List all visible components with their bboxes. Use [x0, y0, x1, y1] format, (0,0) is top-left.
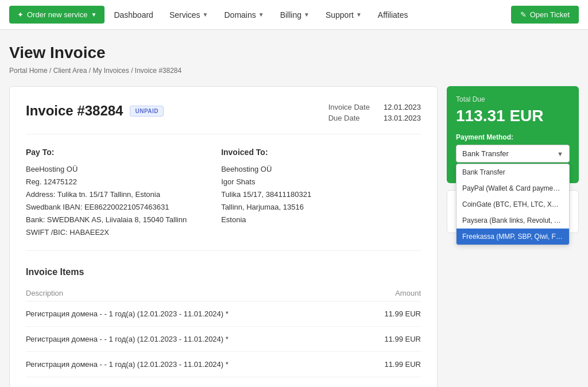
invoice-date-value: 12.01.2023 — [384, 103, 421, 111]
right-panel: Total Due 113.31 EUR Payment Method: Ban… — [447, 86, 579, 233]
invoiced-to-block: Invoiced To: Beehosting OÜIgor ShatsTuli… — [221, 146, 311, 239]
dropdown-option[interactable]: Bank Transfer — [457, 164, 569, 180]
invoice-items-table: Description Amount Регистрация домена - … — [26, 285, 421, 387]
pay-to-line: BeeHosting OÜ — [26, 163, 187, 176]
nav-billing[interactable]: Billing ▼ — [273, 6, 316, 24]
item-description: Регистрация домена - - 1 год(а) (12.01.2… — [26, 301, 361, 327]
invoice-number: Invoice #38284 — [26, 103, 123, 119]
invoiced-to-line: Estonia — [221, 214, 311, 226]
dropdown-selected[interactable]: Bank Transfer ▼ — [456, 145, 570, 162]
dropdown-menu[interactable]: Bank TransferPayPal (Wallet & Card payme… — [456, 164, 570, 245]
breadcrumb-my-invoices[interactable]: My Invoices — [92, 67, 129, 75]
ticket-icon: ✎ — [520, 10, 527, 19]
pay-to-lines: BeeHosting OÜReg. 12475122Address: Tulik… — [26, 163, 187, 239]
nav-domains[interactable]: Domains ▼ — [217, 6, 270, 24]
pay-to-line: Bank: SWEDBANK AS, Liivalaia 8, 15040 Ta… — [26, 214, 187, 226]
nav-dashboard[interactable]: Dashboard — [107, 6, 160, 24]
breadcrumb: Portal Home / Client Area / My Invoices … — [9, 67, 579, 75]
invoiced-to-line: Tulika 15/17, 38411180321 — [221, 188, 311, 201]
invoice-dates: Invoice Date 12.01.2023 Due Date 13.01.2… — [328, 103, 421, 122]
billing-chevron-icon: ▼ — [304, 11, 310, 18]
item-amount: 11.99 EUR — [361, 352, 421, 377]
pay-to-block: Pay To: BeeHosting OÜReg. 12475122Addres… — [26, 146, 187, 239]
total-due-card: Total Due 113.31 EUR Payment Method: Ban… — [447, 86, 579, 183]
page-content: View Invoice Portal Home / Client Area /… — [0, 30, 588, 387]
navbar: ✦ Order new service ▼ Dashboard Services… — [0, 0, 588, 30]
order-dropdown-arrow: ▼ — [91, 11, 96, 18]
table-row: Регистрация домена - - 1 год(а) (12.01.2… — [26, 377, 421, 387]
due-date-label: Due Date — [328, 114, 370, 122]
breadcrumb-client-area[interactable]: Client Area — [53, 67, 87, 75]
order-new-service-button[interactable]: ✦ Order new service ▼ — [9, 6, 105, 24]
nav-support[interactable]: Support ▼ — [319, 6, 369, 24]
pay-to-line: Reg. 12475122 — [26, 176, 187, 188]
item-description: Регистрация домена - - 1 год(а) (12.01.2… — [26, 377, 361, 387]
domains-chevron-icon: ▼ — [258, 11, 264, 18]
table-row: Регистрация домена - - 1 год(а) (12.01.2… — [26, 327, 421, 352]
pay-to-line: Address: Tulika tn. 15/17 Tallinn, Eston… — [26, 188, 187, 201]
item-amount: 11.99 EUR — [361, 301, 421, 327]
total-due-amount: 113.31 EUR — [456, 107, 570, 125]
invoiced-to-line: Beehosting OÜ — [221, 163, 311, 176]
dropdown-option[interactable]: PayPal (Wallet & Card payments) — [457, 180, 569, 196]
item-description: Регистрация домена - - 1 год(а) (12.01.2… — [26, 352, 361, 377]
dropdown-option[interactable]: Paysera (Bank links, Revolut, Trustly, D… — [457, 212, 569, 229]
invoice-items-title: Invoice Items — [26, 267, 421, 277]
invoice-title-row: Invoice #38284 UNPAID — [26, 103, 164, 119]
page-title: View Invoice — [9, 44, 579, 62]
due-date-value: 13.01.2023 — [384, 114, 421, 122]
address-section: Pay To: BeeHosting OÜReg. 12475122Addres… — [26, 146, 421, 251]
status-badge: UNPAID — [130, 106, 164, 117]
pay-to-line: Swedbank IBAN: EE862200221057463631 — [26, 201, 187, 214]
selected-option-label: Bank Transfer — [462, 149, 509, 158]
invoice-date-label: Invoice Date — [328, 103, 370, 111]
invoiced-to-title: Invoiced To: — [221, 146, 311, 160]
invoice-header: Invoice #38284 UNPAID Invoice Date 12.01… — [26, 103, 421, 134]
table-row: Регистрация домена - - 1 год(а) (12.01.2… — [26, 301, 421, 327]
services-chevron-icon: ▼ — [203, 11, 208, 18]
dropdown-option[interactable]: Freekassa (MMP, SBP, Qiwi, FKwallet, IОm… — [457, 229, 569, 245]
main-layout: Invoice #38284 UNPAID Invoice Date 12.01… — [9, 86, 579, 387]
invoice-card: Invoice #38284 UNPAID Invoice Date 12.01… — [9, 86, 438, 387]
nav-services[interactable]: Services ▼ — [163, 6, 215, 24]
invoice-items-section: Invoice Items Description Amount Регистр… — [26, 267, 421, 387]
pay-to-line: SWIFT /BIC: HABAEE2X — [26, 226, 187, 239]
support-chevron-icon: ▼ — [356, 11, 362, 18]
payment-method-label: Payment Method: — [456, 133, 570, 141]
total-due-label: Total Due — [456, 95, 570, 103]
open-ticket-button[interactable]: ✎ Open Ticket — [511, 6, 579, 24]
nav-affiliates[interactable]: Affiliates — [371, 6, 415, 24]
pay-to-title: Pay To: — [26, 146, 187, 160]
invoiced-to-line: Igor Shats — [221, 176, 311, 188]
dropdown-option[interactable]: CoinGate (BTC, ETH, LTC, XRP & many othe… — [457, 196, 569, 212]
table-row: Регистрация домена - - 1 год(а) (12.01.2… — [26, 352, 421, 377]
invoice-items-body: Регистрация домена - - 1 год(а) (12.01.2… — [26, 301, 421, 387]
invoiced-to-line: Tallinn, Harjumaa, 13516 — [221, 201, 311, 214]
payment-method-dropdown[interactable]: Bank Transfer ▼ Bank TransferPayPal (Wal… — [456, 145, 570, 162]
dropdown-arrow-icon: ▼ — [557, 150, 563, 157]
amount-header: Amount — [361, 285, 421, 301]
breadcrumb-current: Invoice #38284 — [135, 67, 181, 75]
item-amount: 11.99 EUR — [361, 377, 421, 387]
item-description: Регистрация домена - - 1 год(а) (12.01.2… — [26, 327, 361, 352]
breadcrumb-portal-home[interactable]: Portal Home — [9, 67, 48, 75]
item-amount: 11.99 EUR — [361, 327, 421, 352]
order-icon: ✦ — [17, 10, 24, 19]
description-header: Description — [26, 285, 361, 301]
invoiced-to-lines: Beehosting OÜIgor ShatsTulika 15/17, 384… — [221, 163, 311, 226]
